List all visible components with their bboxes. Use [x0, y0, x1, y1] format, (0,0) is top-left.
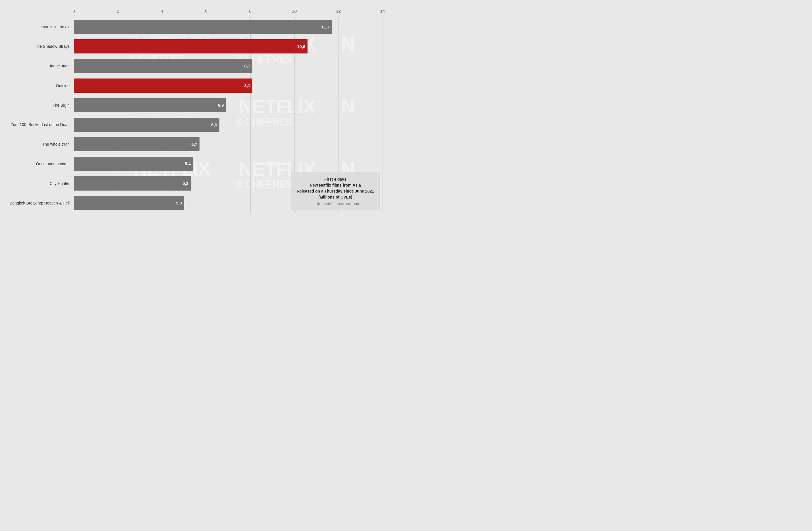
bar: 6,9 [74, 98, 226, 112]
bar-row: Zom 100: Bucket List of the Dead6,6 [74, 115, 382, 135]
bar-value: 8,1 [244, 83, 250, 88]
bar: 5,0 [74, 196, 184, 210]
bar: 5,4 [74, 157, 193, 171]
bar-wrapper: 5,4 [74, 157, 382, 171]
x-tick-label: 2 [117, 9, 119, 13]
bar-value: 5,0 [176, 200, 182, 205]
x-tick-label: 8 [249, 9, 251, 13]
bar: 6,6 [74, 118, 219, 132]
x-tick-label: 10 [292, 9, 297, 13]
bar-value: 5,3 [183, 181, 188, 186]
bar-label: Zom 100: Bucket List of the Dead [6, 122, 72, 127]
bar-wrapper: 10,6 [74, 39, 382, 54]
bar-value: 5,7 [191, 142, 197, 147]
x-tick-label: 0 [73, 9, 75, 13]
bar-label: Jaane Jaan [6, 64, 72, 68]
bar-value: 5,4 [185, 161, 191, 166]
grid-line [382, 17, 383, 213]
x-axis-header: 02468101214 [74, 9, 382, 15]
bar: 11,7 [74, 20, 332, 34]
bar-row: Outside8,1 [74, 76, 382, 95]
bar-value: 10,6 [297, 44, 305, 49]
bar-value: 8,1 [244, 64, 250, 68]
bar-row: The Big 46,9 [74, 95, 382, 115]
bar-wrapper: 8,1 [74, 59, 382, 73]
bar-label: The whole truth [6, 142, 72, 146]
x-tick-label: 4 [161, 9, 163, 13]
bar-value: 6,6 [211, 122, 217, 127]
bar-wrapper: 8,1 [74, 79, 382, 93]
chart-container: NETFLIX & CHIFFRES NETFLIX & CHIFFRES N … [0, 0, 388, 219]
bar-row: The whole truth5,7 [74, 135, 382, 154]
bar-wrapper: 6,6 [74, 118, 382, 132]
bar-row: Love is in the air11,7 [74, 17, 382, 37]
bar-label: City Hunter [6, 181, 72, 186]
bar-label: Outside [6, 83, 72, 88]
x-tick-label: 14 [380, 9, 385, 13]
bar-wrapper: 6,9 [74, 98, 382, 112]
bar: 8,1 [74, 79, 252, 93]
bar: 8,1 [74, 59, 252, 73]
x-tick-label: 6 [205, 9, 207, 13]
bar-wrapper: 5,7 [74, 137, 382, 151]
bar: 5,7 [74, 137, 200, 151]
legend-box: First 4 days New Netflix films from Asia… [291, 172, 380, 210]
bar-label: Bangkok Breaking: Heaven & Hell [6, 201, 72, 205]
bar: 10,6 [74, 39, 307, 54]
bar-row: The Shadow Strays10,6 [74, 37, 382, 56]
bar-label: The Shadow Strays [6, 44, 72, 48]
bar-wrapper: 11,7 [74, 20, 382, 34]
bar-label: Love is in the air [6, 25, 72, 29]
bar-value: 6,9 [218, 103, 224, 108]
bar-row: Once upon a crime5,4 [74, 154, 382, 174]
bar-label: The Big 4 [6, 103, 72, 108]
bar-row: Jaane Jaan8,1 [74, 56, 382, 76]
bar: 5,3 [74, 176, 191, 191]
legend-title: First 4 days New Netflix films from Asia… [297, 176, 374, 200]
legend-source: netflixandchiffres.substack.com [297, 202, 374, 206]
bar-label: Once upon a crime [6, 162, 72, 166]
x-tick-label: 12 [336, 9, 341, 13]
bar-value: 11,7 [321, 25, 329, 29]
